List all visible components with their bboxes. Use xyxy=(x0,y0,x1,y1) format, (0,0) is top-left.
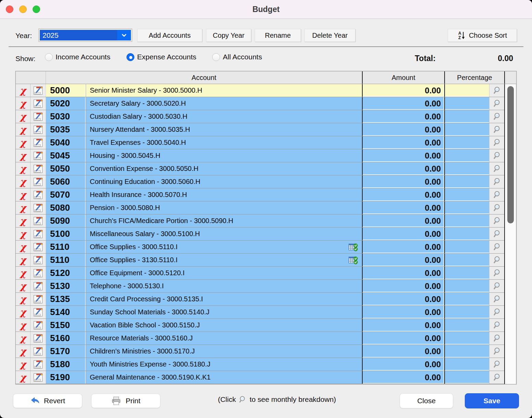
edit-account-button[interactable] xyxy=(31,332,46,345)
monthly-breakdown-button[interactable] xyxy=(489,319,504,332)
percentage-field[interactable] xyxy=(445,280,489,292)
amount-field[interactable]: 0.00 xyxy=(362,358,444,371)
percentage-field[interactable] xyxy=(445,306,489,318)
amount-field[interactable]: 0.00 xyxy=(362,123,444,136)
percentage-field[interactable] xyxy=(445,254,489,266)
edit-account-button[interactable] xyxy=(31,149,46,162)
scrollbar-thumb[interactable] xyxy=(507,86,514,223)
edit-account-button[interactable] xyxy=(31,241,46,253)
percentage-field[interactable] xyxy=(445,214,489,227)
edit-account-button[interactable] xyxy=(31,188,46,201)
radio-all-accounts[interactable]: All Accounts xyxy=(212,53,262,61)
monthly-breakdown-button[interactable] xyxy=(489,136,504,149)
monthly-breakdown-button[interactable] xyxy=(489,332,504,345)
year-select[interactable]: 2025 xyxy=(38,28,132,42)
amount-field[interactable]: 0.00 xyxy=(362,241,444,253)
monthly-breakdown-button[interactable] xyxy=(489,97,504,110)
monthly-breakdown-button[interactable] xyxy=(489,358,504,371)
percentage-field[interactable] xyxy=(445,97,489,110)
delete-account-button[interactable]: χ xyxy=(16,254,31,266)
edit-account-button[interactable] xyxy=(31,306,46,318)
delete-account-button[interactable]: χ xyxy=(16,136,31,149)
edit-account-button[interactable] xyxy=(31,254,46,266)
delete-account-button[interactable]: χ xyxy=(16,175,31,188)
edit-account-button[interactable] xyxy=(31,345,46,358)
amount-field[interactable]: 0.00 xyxy=(362,201,444,214)
edit-account-button[interactable] xyxy=(31,371,46,384)
choose-sort-button[interactable]: A Z Choose Sort xyxy=(448,29,517,42)
monthly-breakdown-button[interactable] xyxy=(489,228,504,240)
percentage-field[interactable] xyxy=(445,319,489,332)
percentage-field[interactable] xyxy=(445,162,489,175)
amount-field[interactable]: 0.00 xyxy=(362,162,444,175)
delete-account-button[interactable]: χ xyxy=(16,358,31,371)
delete-account-button[interactable]: χ xyxy=(16,123,31,136)
monthly-breakdown-button[interactable] xyxy=(489,214,504,227)
edit-account-button[interactable] xyxy=(31,280,46,292)
edit-account-button[interactable] xyxy=(31,228,46,240)
edit-account-button[interactable] xyxy=(31,319,46,332)
delete-account-button[interactable]: χ xyxy=(16,149,31,162)
radio-expense-accounts[interactable]: Expense Accounts xyxy=(126,53,196,61)
percentage-field[interactable] xyxy=(445,345,489,358)
amount-field[interactable]: 0.00 xyxy=(362,175,444,188)
edit-account-button[interactable] xyxy=(31,110,46,123)
delete-account-button[interactable]: χ xyxy=(16,188,31,201)
percentage-field[interactable] xyxy=(445,371,489,384)
delete-account-button[interactable]: χ xyxy=(16,241,31,253)
print-button[interactable]: Print xyxy=(91,394,160,408)
copy-year-button[interactable]: Copy Year xyxy=(206,29,251,42)
amount-field[interactable]: 0.00 xyxy=(362,188,444,201)
monthly-breakdown-button[interactable] xyxy=(489,175,504,188)
monthly-breakdown-button[interactable] xyxy=(489,254,504,266)
edit-account-button[interactable] xyxy=(31,267,46,279)
percentage-field[interactable] xyxy=(445,293,489,305)
amount-field[interactable]: 0.00 xyxy=(362,293,444,305)
edit-account-button[interactable] xyxy=(31,214,46,227)
percentage-field[interactable] xyxy=(445,358,489,371)
amount-field[interactable]: 0.00 xyxy=(362,228,444,240)
delete-account-button[interactable]: χ xyxy=(16,371,31,384)
monthly-breakdown-button[interactable] xyxy=(489,267,504,279)
monthly-breakdown-button[interactable] xyxy=(489,110,504,123)
monthly-breakdown-button[interactable] xyxy=(489,84,504,97)
percentage-field[interactable] xyxy=(445,123,489,136)
amount-field[interactable]: 0.00 xyxy=(362,97,444,110)
monthly-breakdown-button[interactable] xyxy=(489,149,504,162)
edit-account-button[interactable] xyxy=(31,293,46,305)
percentage-field[interactable] xyxy=(445,228,489,240)
radio-income-accounts[interactable]: Income Accounts xyxy=(45,53,110,61)
delete-account-button[interactable]: χ xyxy=(16,345,31,358)
delete-account-button[interactable]: χ xyxy=(16,214,31,227)
amount-field[interactable]: 0.00 xyxy=(362,254,444,266)
percentage-field[interactable] xyxy=(445,241,489,253)
revert-button[interactable]: Revert xyxy=(13,394,82,408)
monthly-breakdown-button[interactable] xyxy=(489,280,504,292)
amount-field[interactable]: 0.00 xyxy=(362,136,444,149)
monthly-breakdown-button[interactable] xyxy=(489,293,504,305)
edit-account-button[interactable] xyxy=(31,358,46,371)
delete-account-button[interactable]: χ xyxy=(16,319,31,332)
delete-account-button[interactable]: χ xyxy=(16,84,31,97)
amount-field[interactable]: 0.00 xyxy=(362,110,444,123)
delete-account-button[interactable]: χ xyxy=(16,228,31,240)
amount-field[interactable]: 0.00 xyxy=(362,306,444,318)
delete-account-button[interactable]: χ xyxy=(16,293,31,305)
delete-account-button[interactable]: χ xyxy=(16,280,31,292)
amount-field[interactable]: 0.00 xyxy=(362,371,444,384)
percentage-field[interactable] xyxy=(445,149,489,162)
percentage-field[interactable] xyxy=(445,201,489,214)
delete-account-button[interactable]: χ xyxy=(16,306,31,318)
delete-account-button[interactable]: χ xyxy=(16,110,31,123)
monthly-breakdown-button[interactable] xyxy=(489,123,504,136)
vertical-scrollbar[interactable] xyxy=(504,84,516,384)
amount-field[interactable]: 0.00 xyxy=(362,214,444,227)
monthly-breakdown-button[interactable] xyxy=(489,188,504,201)
add-accounts-button[interactable]: Add Accounts xyxy=(137,29,202,42)
delete-account-button[interactable]: χ xyxy=(16,267,31,279)
amount-field[interactable]: 0.00 xyxy=(362,332,444,345)
edit-account-button[interactable] xyxy=(31,162,46,175)
close-button[interactable]: Close xyxy=(400,393,453,408)
save-button[interactable]: Save xyxy=(465,393,519,408)
edit-account-button[interactable] xyxy=(31,136,46,149)
